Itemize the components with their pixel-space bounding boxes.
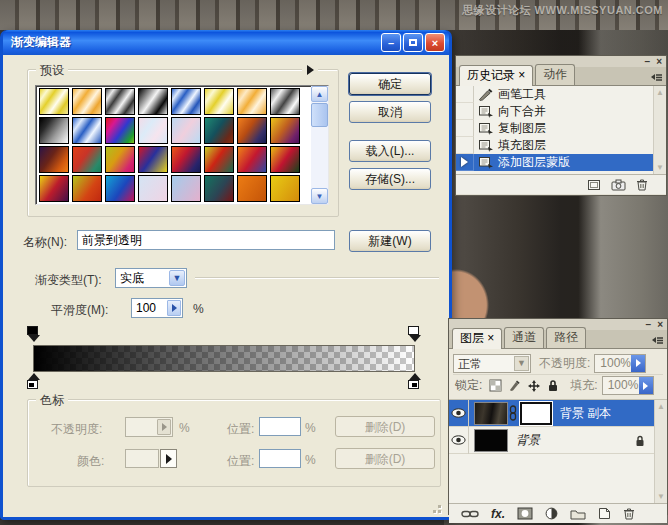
- tab-channels[interactable]: 通道: [504, 327, 544, 348]
- gradient-preset-swatch[interactable]: [171, 117, 201, 144]
- gradient-preset-swatch[interactable]: [39, 175, 69, 202]
- history-state-row[interactable]: 添加图层蒙版: [456, 154, 666, 171]
- gradient-type-select[interactable]: 实底 ▼: [115, 268, 187, 288]
- resize-grip[interactable]: [427, 499, 441, 513]
- presets-scrollbar[interactable]: ▲ ▼: [311, 86, 328, 204]
- history-state-row[interactable]: 向下合并: [456, 103, 666, 120]
- history-state-row[interactable]: 画笔工具: [456, 86, 666, 103]
- history-panel-menu-icon[interactable]: [649, 71, 664, 84]
- close-button[interactable]: ×: [425, 33, 445, 52]
- new-document-from-state-icon[interactable]: [587, 179, 601, 191]
- smoothness-input[interactable]: 100: [131, 298, 183, 318]
- history-scroll-up-icon[interactable]: ▲: [656, 88, 664, 97]
- layer-visibility-toggle[interactable]: [449, 427, 469, 454]
- add-layer-mask-icon[interactable]: [517, 507, 533, 520]
- gradient-preset-swatch[interactable]: [237, 88, 267, 115]
- layers-scroll-down-icon[interactable]: ▼: [657, 492, 665, 501]
- history-source-pointer[interactable]: [456, 154, 474, 171]
- history-state-row[interactable]: 填充图层: [456, 137, 666, 154]
- gradient-preview-bar[interactable]: [33, 345, 415, 372]
- dialog-titlebar[interactable]: 渐变编辑器 – ×: [3, 30, 449, 55]
- color-picker-arrow-button[interactable]: [160, 449, 177, 468]
- layer-opacity-field[interactable]: 100%: [594, 354, 646, 373]
- gradient-preset-swatch[interactable]: [270, 117, 300, 144]
- gradient-preset-swatch[interactable]: [270, 175, 300, 202]
- opacity-stop-left[interactable]: [27, 326, 40, 342]
- gradient-preset-swatch[interactable]: [204, 88, 234, 115]
- gradient-preset-swatch[interactable]: [105, 146, 135, 173]
- tab-history[interactable]: 历史记录 ×: [459, 65, 533, 86]
- delete-layer-icon[interactable]: [623, 507, 635, 520]
- history-scroll-down-icon[interactable]: ▼: [656, 163, 664, 172]
- opacity-stop-right[interactable]: [408, 326, 421, 342]
- gradient-preset-swatch[interactable]: [237, 175, 267, 202]
- layers-scrollbar[interactable]: ▲ ▼: [654, 400, 667, 503]
- lock-transparency-icon[interactable]: [489, 379, 502, 392]
- mask-link-icon[interactable]: [509, 405, 517, 421]
- layer-fill-field[interactable]: 100%: [602, 376, 654, 395]
- layer-style-icon[interactable]: fx.: [491, 507, 505, 521]
- gradient-preset-swatch[interactable]: [171, 88, 201, 115]
- history-source-well[interactable]: [456, 137, 474, 154]
- layer-thumbnail[interactable]: [474, 429, 508, 452]
- maximize-button[interactable]: [403, 33, 423, 52]
- gradient-preset-swatch[interactable]: [270, 146, 300, 173]
- chevron-down-icon[interactable]: ▼: [169, 270, 185, 286]
- layer-thumbnail[interactable]: [474, 402, 508, 425]
- history-source-well[interactable]: [456, 103, 474, 120]
- blend-mode-select[interactable]: 正常 ▼: [453, 354, 531, 373]
- tab-actions[interactable]: 动作: [535, 64, 575, 85]
- gradient-preset-swatch[interactable]: [138, 88, 168, 115]
- tab-paths[interactable]: 路径: [546, 327, 586, 348]
- gradient-preset-swatch[interactable]: [72, 117, 102, 144]
- color-stop-right[interactable]: [408, 373, 421, 389]
- new-group-icon[interactable]: [570, 508, 586, 520]
- gradient-preset-swatch[interactable]: [72, 175, 102, 202]
- link-layers-icon[interactable]: [461, 509, 479, 519]
- gradient-preset-swatch[interactable]: [39, 146, 69, 173]
- gradient-preset-swatch[interactable]: [171, 175, 201, 202]
- layers-close-icon[interactable]: ×: [657, 320, 663, 329]
- presets-menu-button[interactable]: [302, 63, 318, 77]
- gradient-preset-swatch[interactable]: [39, 117, 69, 144]
- lock-all-icon[interactable]: [547, 379, 559, 392]
- save-button[interactable]: 存储(S)...: [349, 168, 431, 190]
- gradient-preset-swatch[interactable]: [204, 146, 234, 173]
- gradient-preset-swatch[interactable]: [237, 117, 267, 144]
- gradient-preset-swatch[interactable]: [237, 146, 267, 173]
- layer-mask-thumbnail[interactable]: [520, 402, 552, 425]
- history-scrollbar[interactable]: ▲ ▼: [653, 86, 666, 174]
- gradient-preset-swatch[interactable]: [105, 117, 135, 144]
- history-state-row[interactable]: 复制图层: [456, 120, 666, 137]
- gradient-preset-swatch[interactable]: [138, 117, 168, 144]
- layer-row[interactable]: 背景 副本: [449, 400, 667, 427]
- load-button[interactable]: 载入(L)...: [349, 140, 431, 162]
- layer-visibility-toggle[interactable]: [449, 400, 469, 427]
- layer-fill-arrow-icon[interactable]: [639, 377, 653, 394]
- minimize-button[interactable]: –: [381, 33, 401, 52]
- ok-button[interactable]: 确定: [349, 73, 431, 95]
- scroll-up-icon[interactable]: ▲: [311, 86, 328, 102]
- history-source-well[interactable]: [456, 86, 474, 103]
- history-minimize-icon[interactable]: –: [645, 57, 651, 66]
- layers-scroll-up-icon[interactable]: ▲: [657, 402, 665, 411]
- delete-state-icon[interactable]: [636, 178, 648, 191]
- layers-panel-menu-icon[interactable]: [650, 334, 665, 347]
- gradient-preset-swatch[interactable]: [138, 146, 168, 173]
- gradient-preset-swatch[interactable]: [270, 88, 300, 115]
- gradient-preset-swatch[interactable]: [204, 117, 234, 144]
- lock-paint-icon[interactable]: [508, 379, 521, 392]
- layer-row[interactable]: 背景: [449, 427, 667, 454]
- gradient-preset-swatch[interactable]: [105, 88, 135, 115]
- lock-position-icon[interactable]: [527, 379, 541, 393]
- tab-layers[interactable]: 图层 ×: [452, 328, 502, 349]
- name-input[interactable]: 前景到透明: [77, 230, 335, 250]
- gradient-preset-swatch[interactable]: [72, 146, 102, 173]
- new-layer-icon[interactable]: [598, 507, 611, 520]
- gradient-preset-swatch[interactable]: [171, 146, 201, 173]
- layers-minimize-icon[interactable]: –: [646, 320, 652, 329]
- color-stop-left[interactable]: [27, 373, 40, 389]
- history-close-icon[interactable]: ×: [656, 57, 662, 66]
- smoothness-spinner-icon[interactable]: [167, 300, 181, 316]
- adjustment-layer-icon[interactable]: [545, 507, 558, 520]
